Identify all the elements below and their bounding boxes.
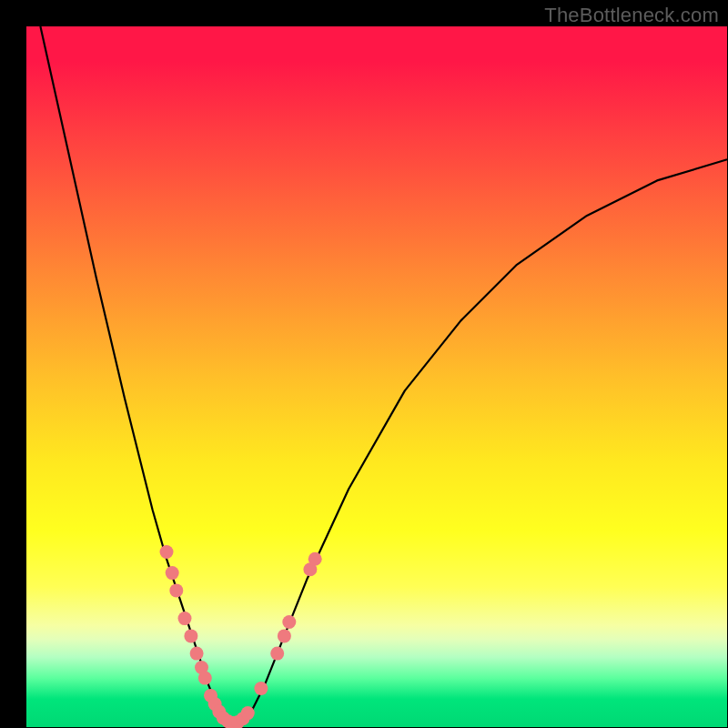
data-points [160,545,322,728]
point-left-cluster-5 [184,629,197,642]
chart-frame: TheBottleneck.com [0,0,728,728]
point-right-cluster-4 [282,615,296,629]
watermark-text: TheBottleneck.com [544,4,719,27]
point-left-cluster-2 [166,566,179,580]
point-left-cluster-3 [169,583,183,597]
point-right-cluster-2 [270,647,284,661]
point-right-cluster-1 [254,682,268,695]
plot-area [26,26,727,727]
point-left-cluster-8 [198,672,212,685]
chart-svg [26,26,727,727]
point-left-cluster-4 [178,612,192,625]
point-bottom-9 [241,706,255,720]
point-right-outlier-2 [308,552,322,566]
bottleneck-curve [40,26,727,723]
point-left-cluster-6 [190,647,204,661]
point-right-cluster-3 [278,629,291,642]
point-left-cluster-1 [160,545,174,559]
